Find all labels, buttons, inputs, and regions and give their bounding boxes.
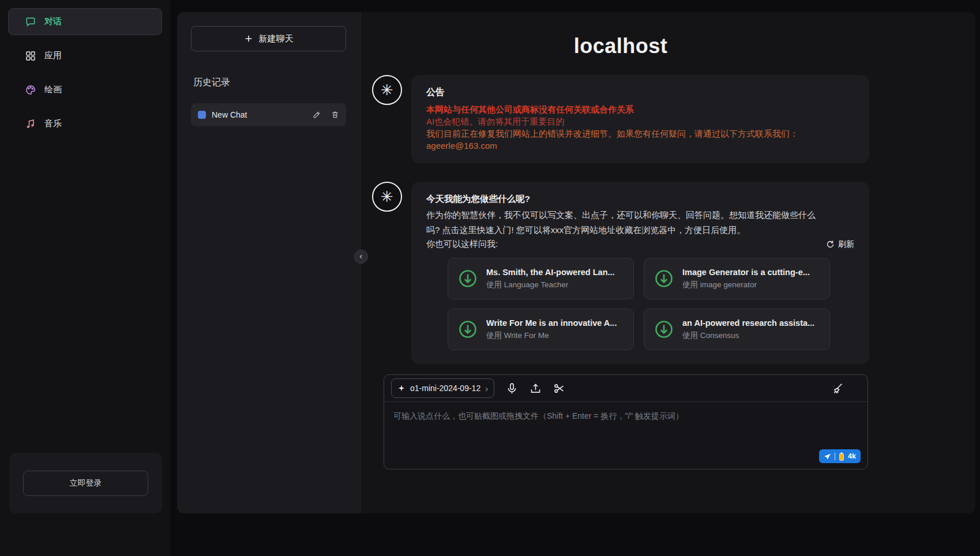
suggestion-card[interactable]: Image Generator is a cutting-e... 使用 ima…	[644, 258, 830, 299]
sidebar-item-label: 音乐	[44, 118, 62, 129]
token-count-label: 4k	[848, 452, 856, 460]
new-chat-button[interactable]: 新建聊天	[191, 26, 346, 51]
sidebar-item-label: 应用	[44, 50, 62, 61]
model-label: o1-mini-2024-09-12	[410, 384, 480, 393]
sidebar-item-draw[interactable]: 绘画	[8, 76, 162, 103]
announcement-card: 公告 本网站与任何其他公司或商标没有任何关联或合作关系 AI也会犯错。请勿将其用…	[411, 75, 869, 163]
chevron-left-icon	[358, 254, 364, 260]
announcement-title: 公告	[426, 87, 854, 99]
suggestion-card[interactable]: Write For Me is an innovative A... 使用 Wr…	[448, 309, 634, 350]
suggestion-text: an AI-powered research assista... 使用 Con…	[682, 318, 814, 341]
history-title: 历史记录	[191, 77, 346, 89]
assistant-avatar: ✳	[372, 182, 402, 212]
suggestion-title: Ms. Smith, the AI-powered Lan...	[486, 268, 615, 277]
model-selector[interactable]: o1-mini-2024-09-12 ›	[391, 378, 494, 398]
sidebar-item-apps[interactable]: 应用	[8, 42, 162, 69]
circle-arrow-down-icon	[457, 319, 478, 340]
contact-email-link[interactable]: ageerle@163.com	[426, 140, 854, 152]
announcement-line1: 本网站与任何其他公司或商标没有任何关联或合作关系	[426, 103, 854, 115]
chat-area: localhost ✳ 公告 本网站与任何其他公司或商标没有任何关联或合作关系 …	[361, 12, 975, 513]
chevron-right-icon: ›	[485, 384, 488, 393]
history-panel: 新建聊天 历史记录 New Chat	[177, 12, 361, 513]
suggestion-subtitle: 使用 Consensus	[682, 330, 814, 341]
apps-grid-icon	[25, 50, 36, 62]
message-announcement: ✳ 公告 本网站与任何其他公司或商标没有任何关联或合作关系 AI也会犯错。请勿将…	[372, 75, 869, 163]
openai-logo-icon: ✳	[381, 81, 393, 99]
clear-context-broom-icon[interactable]	[831, 382, 843, 395]
composer: o1-mini-2024-09-12 ›	[384, 374, 868, 469]
openai-logo-icon: ✳	[381, 188, 393, 206]
message-input[interactable]	[384, 402, 868, 469]
history-item-title: New Chat	[212, 110, 247, 119]
suggestion-title: Write For Me is an innovative A...	[486, 318, 617, 328]
sidebar-item-chat[interactable]: 对话	[8, 8, 162, 35]
suggestion-title: an AI-powered research assista...	[682, 318, 814, 328]
login-button[interactable]: 立即登录	[23, 471, 148, 496]
suggestion-card[interactable]: Ms. Smith, the AI-powered Lan... 使用 Lang…	[448, 258, 634, 299]
suggestion-text: Write For Me is an innovative A... 使用 Wr…	[486, 318, 617, 341]
composer-body: 4k	[384, 402, 868, 469]
delete-icon[interactable]	[331, 111, 339, 119]
chat-color-dot	[198, 111, 206, 119]
edit-icon[interactable]	[313, 111, 321, 119]
message-welcome: ✳ 今天我能为您做些什么呢? 作为你的智慧伙伴，我不仅可以写文案、出点子，还可以…	[372, 182, 869, 364]
collapse-sidebar-handle[interactable]	[354, 250, 368, 264]
send-icon	[824, 453, 831, 460]
refresh-icon	[826, 240, 835, 249]
chat-bubble-icon	[25, 16, 36, 28]
pill-divider	[835, 453, 835, 460]
suggestion-subtitle: 使用 image generator	[682, 280, 810, 290]
suggestion-text: Ms. Smith, the AI-powered Lan... 使用 Lang…	[486, 268, 615, 290]
suggestion-subtitle: 使用 Write For Me	[486, 330, 617, 341]
suggestion-text: Image Generator is a cutting-e... 使用 ima…	[682, 268, 810, 290]
announcement-line2: AI也会犯错。请勿将其用于重要目的	[426, 115, 854, 127]
assistant-avatar: ✳	[372, 75, 402, 105]
refresh-label: 刷新	[838, 239, 854, 250]
new-chat-label: 新建聊天	[259, 33, 294, 44]
history-item[interactable]: New Chat	[191, 103, 346, 126]
circle-arrow-down-icon	[654, 319, 674, 340]
send-token-badge[interactable]: 4k	[819, 449, 861, 463]
microphone-icon[interactable]	[506, 382, 518, 395]
main-panel: 新建聊天 历史记录 New Chat localhost ✳	[177, 12, 975, 513]
music-note-icon	[25, 118, 36, 130]
sidebar-item-music[interactable]: 音乐	[8, 110, 162, 137]
sparkle-icon	[397, 384, 405, 392]
announcement-line3: 我们目前正在修复我们网站上的错误并改进细节。如果您有任何疑问，请通过以下方式联系…	[426, 127, 854, 140]
login-panel: 立即登录	[9, 453, 162, 513]
circle-arrow-down-icon	[654, 268, 674, 289]
suggestion-title: Image Generator is a cutting-e...	[682, 268, 810, 277]
sidebar: 对话 应用 绘画 音乐 立即登录	[0, 0, 170, 556]
composer-toolbar: o1-mini-2024-09-12 ›	[384, 375, 868, 402]
sidebar-item-label: 对话	[44, 16, 62, 27]
suggestion-grid: Ms. Smith, the AI-powered Lan... 使用 Lang…	[448, 258, 830, 350]
welcome-body: 作为你的智慧伙伴，我不仅可以写文案、出点子，还可以和你聊天、回答问题。想知道我还…	[426, 208, 818, 238]
sidebar-item-label: 绘画	[44, 84, 62, 95]
suggestion-card[interactable]: an AI-powered research assista... 使用 Con…	[644, 309, 830, 350]
refresh-button[interactable]: 刷新	[826, 239, 854, 250]
scissors-icon[interactable]	[553, 382, 565, 395]
plus-icon	[244, 34, 253, 43]
welcome-card: 今天我能为您做些什么呢? 作为你的智慧伙伴，我不仅可以写文案、出点子，还可以和你…	[411, 182, 869, 364]
palette-icon	[25, 84, 36, 96]
page-title: localhost	[372, 34, 869, 58]
circle-arrow-down-icon	[457, 268, 478, 289]
welcome-title: 今天我能为您做些什么呢?	[426, 193, 854, 205]
upload-icon[interactable]	[530, 382, 542, 395]
suggestion-subtitle: 使用 Language Teacher	[486, 280, 615, 290]
battery-icon	[839, 452, 844, 460]
welcome-ask-line: 你也可以这样问我:	[426, 239, 498, 250]
